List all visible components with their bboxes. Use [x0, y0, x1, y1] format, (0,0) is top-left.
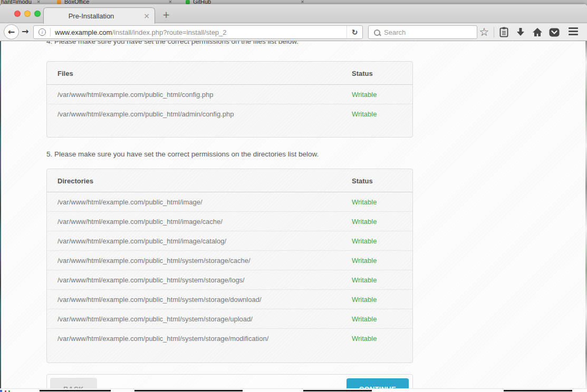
directories-table-header: Directories Status — [47, 169, 412, 192]
background-window-tab-strip: hant=imodu× BoxOffice× GitHub× — [0, 0, 587, 4]
table-row: /var/www/html/example.com/public_html/im… — [47, 192, 412, 211]
background-tab-fragment: GitHub× — [186, 0, 312, 4]
background-tab-fragment: BoxOffice× — [57, 0, 179, 4]
step-5-heading: 5. Please make sure you have set the cor… — [46, 150, 319, 158]
left-edge-background-sliver — [0, 41, 1, 388]
status-badge: Writable — [352, 110, 402, 118]
tab-bar: Pre-Installation × + — [0, 4, 587, 23]
directories-table-rows: /var/www/html/example.com/public_html/im… — [47, 192, 412, 362]
tab-pre-installation[interactable]: Pre-Installation × — [43, 7, 155, 24]
back-button[interactable]: BACK — [50, 378, 97, 388]
divider — [50, 28, 51, 36]
table-row: /var/www/html/example.com/public_html/sy… — [47, 270, 412, 289]
forward-icon[interactable]: → — [22, 26, 28, 36]
reading-list-icon[interactable] — [495, 27, 512, 37]
table-row: /var/www/html/example.com/public_html/sy… — [47, 250, 412, 270]
back-icon[interactable]: ← — [4, 24, 19, 40]
orange-favicon-icon — [57, 0, 61, 4]
files-table-rows: /var/www/html/example.com/public_html/co… — [47, 85, 412, 137]
page-viewport: 4. Please make sure you have set the cor… — [0, 41, 587, 388]
installer-content: 4. Please make sure you have set the cor… — [46, 41, 413, 388]
table-row: /var/www/html/example.com/public_html/ad… — [47, 104, 412, 123]
pocket-icon[interactable] — [546, 28, 563, 37]
toolbar-icons: ☆ — [476, 23, 587, 41]
tab-close-icon[interactable]: × — [143, 12, 150, 20]
home-icon[interactable] — [529, 27, 546, 37]
site-info-icon[interactable]: i — [39, 28, 46, 36]
status-badge: Writable — [352, 198, 402, 206]
directory-path: /var/www/html/example.com/public_html/sy… — [57, 335, 352, 342]
directory-path: /var/www/html/example.com/public_html/im… — [57, 218, 352, 226]
status-column-header: Status — [352, 177, 402, 185]
table-row: /var/www/html/example.com/public_html/sy… — [47, 328, 412, 348]
status-badge: Writable — [352, 315, 402, 323]
background-window-bottom-strip — [0, 388, 587, 392]
files-table-header: Files Status — [47, 62, 412, 85]
table-row: /var/www/html/example.com/public_html/im… — [47, 211, 412, 231]
status-badge: Writable — [352, 257, 402, 264]
directory-path: /var/www/html/example.com/public_html/sy… — [57, 296, 352, 303]
wizard-footer: BACK CONTINUE — [46, 374, 413, 388]
directory-path: /var/www/html/example.com/public_html/sy… — [57, 315, 352, 323]
window-minimize-button[interactable] — [24, 11, 31, 17]
directory-path: /var/www/html/example.com/public_html/im… — [57, 237, 352, 245]
bookmark-star-icon[interactable]: ☆ — [476, 27, 493, 38]
status-badge: Writable — [352, 91, 402, 99]
search-icon — [374, 30, 380, 35]
table-row: /var/www/html/example.com/public_html/co… — [47, 85, 412, 104]
window-zoom-button[interactable] — [34, 11, 41, 17]
file-path: /var/www/html/example.com/public_html/co… — [57, 91, 352, 99]
status-badge: Writable — [352, 296, 402, 303]
status-badge: Writable — [352, 276, 402, 284]
directory-path: /var/www/html/example.com/public_html/sy… — [57, 276, 352, 284]
green-favicon-icon — [186, 0, 190, 4]
new-tab-icon[interactable]: + — [162, 9, 170, 20]
status-column-header: Status — [352, 70, 402, 77]
firefox-window: Pre-Installation × + ← → i www.example.c… — [0, 4, 587, 392]
url-text[interactable]: www.example.com/install/index.php?route=… — [55, 28, 347, 36]
reload-icon[interactable]: ↻ — [347, 26, 362, 38]
url-bar[interactable]: i www.example.com/install/index.php?rout… — [33, 25, 363, 39]
file-path: /var/www/html/example.com/public_html/ad… — [57, 110, 352, 118]
table-row: /var/www/html/example.com/public_html/sy… — [47, 289, 412, 309]
continue-button[interactable]: CONTINUE — [347, 378, 409, 388]
status-badge: Writable — [352, 335, 402, 342]
table-row: /var/www/html/example.com/public_html/im… — [47, 231, 412, 250]
tab-title: Pre-Installation — [44, 12, 139, 20]
menu-icon[interactable] — [565, 26, 582, 39]
files-column-header: Files — [57, 70, 352, 77]
directories-column-header: Directories — [57, 177, 352, 185]
window-close-button[interactable] — [14, 11, 21, 17]
step-4-heading: 4. Please make sure you have set the cor… — [46, 41, 413, 45]
status-badge: Writable — [352, 237, 402, 245]
search-bar[interactable] — [368, 25, 477, 39]
background-text-fragment — [134, 390, 243, 391]
background-text-fragment — [40, 390, 111, 391]
background-text-fragment — [303, 390, 372, 391]
background-text-fragment — [504, 390, 572, 391]
divider — [494, 27, 494, 37]
step-5-heading-wrap: 5. Please make sure you have set the cor… — [46, 149, 413, 159]
directories-permissions-panel: Directories Status /var/www/html/example… — [46, 169, 413, 363]
status-badge: Writable — [352, 218, 402, 226]
files-permissions-panel: Files Status /var/www/html/example.com/p… — [46, 61, 413, 138]
table-row: /var/www/html/example.com/public_html/sy… — [47, 309, 412, 328]
search-input[interactable] — [384, 28, 477, 36]
navigation-toolbar: ← → i www.example.com/install/index.php?… — [0, 23, 587, 41]
background-tab-fragment: hant=imodu× — [1, 0, 47, 4]
directory-path: /var/www/html/example.com/public_html/im… — [57, 198, 352, 206]
step-4-heading-clipped: 4. Please make sure you have set the cor… — [46, 41, 413, 48]
blue-pixel-fragment — [0, 390, 2, 392]
downloads-icon[interactable] — [512, 27, 529, 37]
directory-path: /var/www/html/example.com/public_html/sy… — [57, 257, 352, 264]
